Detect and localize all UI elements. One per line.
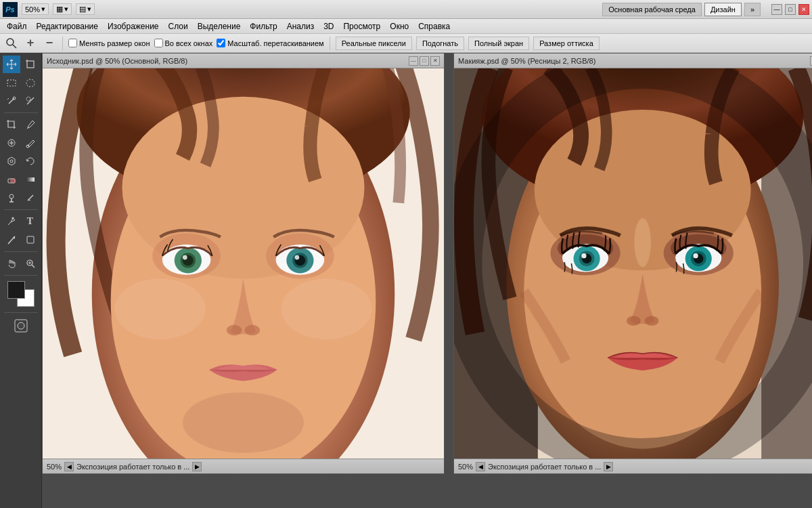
tool-pair-selection [3,56,39,73]
full-screen-button[interactable]: Полный экран [468,37,529,50]
eyedropper-tool[interactable] [22,116,39,133]
svg-point-50 [183,392,304,453]
menu-image[interactable]: Изображение [104,20,163,33]
more-workspaces-button[interactable]: » [744,3,761,16]
svg-point-42 [183,255,187,260]
arrangement-icon: ▦ [56,5,63,14]
toolbar-sep4 [4,275,38,276]
doc2-statusbar: 50% ◀ Экспозиция работает только в ... ▶ [454,459,812,473]
design-button[interactable]: Дизайн [704,3,742,16]
main-area: T [0,53,812,508]
print-size-button[interactable]: Размер оттиска [533,37,600,50]
foreground-color[interactable] [7,281,25,299]
svg-point-76 [634,218,651,267]
doc2-titlebar: Макияж.psd @ 50% (Ресницы 2, RGB/8) — □ … [454,54,812,68]
color-swatch-area[interactable] [7,281,35,307]
doc1-minimize-btn[interactable]: — [409,56,418,66]
tool-pair-heal [3,134,39,152]
doc2-status-right-arrow[interactable]: ▶ [604,462,613,471]
arrangement2-dropdown[interactable]: ▤ ▾ [76,3,95,15]
doc1-titlebar: Исходник.psd @ 50% (Основной, RGB/8) — □… [43,54,444,68]
scrubby-zoom-checkbox[interactable] [217,39,225,47]
toolbar: T [0,53,42,508]
svg-point-47 [295,255,300,260]
shape-tool[interactable] [22,231,39,249]
restore-button[interactable]: □ [785,4,796,15]
quick-mask-button[interactable] [12,317,30,335]
toolbar-sep5 [4,312,38,313]
brush-tool[interactable] [22,134,39,152]
workspace-button[interactable]: Основная рабочая среда [602,3,702,16]
zoom-out-icon[interactable]: − [42,36,57,51]
doc1-status-left-arrow[interactable]: ◀ [64,462,74,471]
menu-filter[interactable]: Фильтр [246,20,281,33]
magic-wand-tool[interactable] [3,92,20,110]
zoom-tool-icon[interactable] [4,36,19,51]
all-windows-checkbox-group[interactable]: Во всех окнах [154,39,213,47]
doc1-restore-btn[interactable]: □ [420,56,429,66]
svg-point-75 [645,316,659,325]
clone-stamp-tool[interactable] [3,152,20,170]
svg-point-9 [26,97,30,101]
doc1-status-right-arrow[interactable]: ▶ [192,462,202,471]
svg-line-7 [7,98,9,100]
doc2-canvas [454,68,812,459]
svg-rect-5 [7,80,16,86]
zoom-in-icon[interactable]: + [23,36,38,51]
hand-tool[interactable] [3,255,20,272]
history-brush-tool[interactable] [22,152,39,170]
dodge-tool[interactable] [3,189,20,207]
tool-pair-eraser [3,171,39,188]
menu-layers[interactable]: Слои [164,20,192,33]
zoom-tool[interactable] [22,255,39,272]
tool-pair-hand [3,255,39,272]
svg-rect-18 [26,177,35,182]
lasso-tool[interactable] [22,74,39,91]
tool-pair-crop [3,116,39,133]
tool-pair-pen: T [3,213,39,230]
text-tool[interactable]: T [22,213,39,230]
all-windows-checkbox[interactable] [154,39,163,47]
quick-select-tool[interactable] [22,92,39,110]
menu-analysis[interactable]: Анализ [283,20,319,33]
menu-bar: Файл Редактирование Изображение Слои Выд… [0,19,812,34]
fit-screen-button[interactable]: Подогнать [416,37,464,50]
zoom-dropdown[interactable]: 50% ▾ [22,3,49,15]
svg-rect-24 [27,236,34,243]
menu-window[interactable]: Окно [386,20,413,33]
menu-edit[interactable]: Редактирование [32,20,102,33]
doc1-close-btn[interactable]: ✕ [430,56,440,66]
options-bar: + − Менять размер окон Во всех окнах Мас… [0,34,812,53]
menu-3d[interactable]: 3D [319,20,338,33]
smudge-tool[interactable] [22,189,39,207]
resize-windows-checkbox[interactable] [68,39,77,47]
spot-heal-tool[interactable] [3,134,20,152]
canvas-area: ◀ Исходник.psd @ 50% (Основной, RGB/8) —… [42,53,812,508]
resize-windows-label: Менять размер окон [79,39,150,47]
menu-help[interactable]: Справка [414,20,454,33]
arrangement2-icon: ▤ [79,5,86,14]
ps-logo: Ps [3,2,18,17]
rect-marquee-tool[interactable] [3,74,20,91]
pen-tool[interactable] [3,213,20,230]
arrangement-dropdown[interactable]: ▦ ▾ [53,3,72,15]
crop-tool[interactable] [3,116,20,133]
svg-point-0 [7,39,14,45]
actual-pixels-button[interactable]: Реальные пиксели [336,37,412,50]
close-button[interactable]: ✕ [798,4,809,15]
svg-line-10 [27,127,28,129]
title-bar-right: Основная рабочая среда Дизайн » — □ ✕ [602,3,809,16]
menu-file[interactable]: Файл [3,20,31,33]
artboard-tool[interactable] [22,56,39,73]
doc2-status-left-arrow[interactable]: ◀ [476,462,485,471]
menu-view[interactable]: Просмотр [339,20,384,33]
move-tool[interactable] [3,56,20,73]
gradient-tool[interactable] [22,171,39,188]
menu-select[interactable]: Выделение [194,20,245,33]
resize-windows-checkbox-group[interactable]: Менять размер окон [68,39,150,47]
eraser-tool[interactable] [3,171,20,188]
scrubby-zoom-checkbox-group[interactable]: Масштаб. перетаскиванием [217,39,323,47]
svg-point-51 [114,278,205,339]
minimize-button[interactable]: — [771,4,782,15]
path-select-tool[interactable] [3,231,20,249]
